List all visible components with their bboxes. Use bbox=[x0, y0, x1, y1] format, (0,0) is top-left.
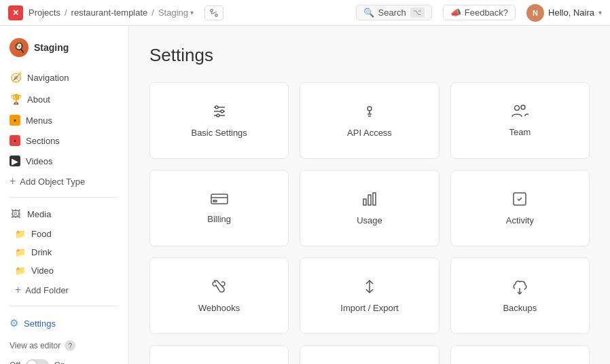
logo-icon[interactable]: ✕ bbox=[8, 5, 23, 20]
feedback-button[interactable]: 📣 Feedback? bbox=[443, 5, 516, 20]
card-billing[interactable]: Billing bbox=[149, 170, 289, 247]
about-icon: 🏆 bbox=[10, 93, 22, 105]
divider2 bbox=[10, 306, 119, 306]
search-bar[interactable]: 🔍 Search ⌥ bbox=[356, 5, 432, 20]
sidebar-item-about[interactable]: 🏆 About bbox=[0, 88, 128, 110]
view-as-editor-label: View as editor bbox=[10, 341, 60, 350]
videos-icon: ▶ bbox=[10, 156, 20, 166]
brand-icon: 🍳 bbox=[10, 38, 29, 57]
usage-icon bbox=[361, 191, 378, 207]
card-extensions[interactable] bbox=[149, 345, 289, 364]
import-export-icon bbox=[362, 278, 377, 295]
staging-chevron-icon: ▾ bbox=[190, 9, 194, 16]
webhooks-icon bbox=[211, 278, 228, 295]
media-item-label: Food bbox=[31, 229, 52, 239]
card-team[interactable]: Team bbox=[450, 82, 590, 159]
team-label: Team bbox=[509, 127, 531, 137]
svg-point-12 bbox=[521, 105, 525, 109]
add-folder-icon: + bbox=[15, 285, 21, 295]
settings-gear-icon: ⚙ bbox=[10, 317, 18, 329]
backups-icon bbox=[511, 278, 528, 295]
sidebar: 🍳 Staging 🧭 Navigation 🏆 About ▪ Menus ▪… bbox=[0, 26, 129, 364]
user-menu[interactable]: N Hello, Naira ▾ bbox=[526, 4, 602, 22]
add-folder-label: Add Folder bbox=[25, 285, 69, 295]
sidebar-item-video[interactable]: 📁 Video bbox=[0, 261, 128, 280]
sidebar-brand: 🍳 Staging bbox=[0, 34, 128, 67]
card-code[interactable] bbox=[450, 345, 590, 364]
add-object-type-button[interactable]: + Add Object Type bbox=[0, 171, 128, 192]
usage-label: Usage bbox=[357, 215, 382, 225]
card-activity[interactable]: Activity bbox=[450, 170, 590, 247]
sidebar-item-label: Sections bbox=[26, 136, 60, 146]
activity-label: Activity bbox=[506, 215, 534, 225]
sidebar-item-label: Menus bbox=[26, 115, 52, 126]
svg-point-1 bbox=[215, 14, 218, 16]
add-icon: + bbox=[10, 176, 16, 187]
basic-settings-icon bbox=[211, 103, 228, 120]
sidebar-item-drink[interactable]: 📁 Drink bbox=[0, 243, 128, 261]
user-chevron-icon: ▾ bbox=[598, 9, 602, 16]
brand-label: Staging bbox=[34, 42, 69, 53]
search-shortcut: ⌥ bbox=[410, 7, 425, 18]
sidebar-item-media[interactable]: 🖼 Media bbox=[0, 203, 128, 225]
card-lightning[interactable] bbox=[300, 345, 439, 364]
svg-point-8 bbox=[221, 110, 223, 113]
sidebar-item-sections[interactable]: ▪ Sections bbox=[0, 130, 128, 151]
webhooks-label: Webhooks bbox=[198, 303, 240, 313]
toggle-off-label: Off bbox=[10, 361, 20, 364]
svg-line-3 bbox=[212, 12, 217, 14]
sep2: / bbox=[151, 7, 154, 18]
card-webhooks[interactable]: Webhooks bbox=[149, 257, 289, 334]
media-label: Media bbox=[27, 209, 51, 219]
view-as-editor: View as editor ? bbox=[0, 335, 128, 357]
sidebar-item-menus[interactable]: ▪ Menus bbox=[0, 110, 128, 130]
card-usage[interactable]: Usage bbox=[300, 170, 439, 247]
pr-icon[interactable] bbox=[204, 5, 223, 20]
import-export-label: Import / Export bbox=[340, 303, 398, 313]
svg-rect-16 bbox=[363, 199, 366, 205]
view-as-editor-toggle[interactable] bbox=[26, 359, 49, 364]
card-backups[interactable]: Backups bbox=[450, 257, 590, 334]
sidebar-item-food[interactable]: 📁 Food bbox=[0, 225, 128, 243]
avatar: N bbox=[526, 4, 544, 22]
api-access-label: API Access bbox=[347, 128, 392, 138]
sidebar-item-videos[interactable]: ▶ Videos bbox=[0, 151, 128, 171]
help-icon[interactable]: ? bbox=[65, 340, 75, 351]
svg-point-10 bbox=[367, 107, 372, 111]
page-title: Settings bbox=[149, 45, 590, 66]
media-item-label: Video bbox=[31, 266, 54, 276]
sidebar-item-navigation[interactable]: 🧭 Navigation bbox=[0, 67, 128, 88]
billing-label: Billing bbox=[207, 214, 231, 224]
card-api-access[interactable]: API Access bbox=[300, 82, 439, 159]
navigation-icon: 🧭 bbox=[10, 71, 22, 84]
sidebar-item-label: Navigation bbox=[27, 73, 69, 83]
add-folder-button[interactable]: + Add Folder bbox=[0, 280, 128, 300]
search-label: Search bbox=[378, 7, 406, 18]
settings-grid: Basic Settings API Access bbox=[149, 82, 590, 364]
svg-rect-18 bbox=[373, 193, 376, 205]
content-area: Settings Basic Settings bbox=[129, 26, 610, 364]
user-label: Hello, Naira bbox=[548, 7, 594, 18]
toggle-on-label: On bbox=[54, 361, 65, 364]
svg-rect-17 bbox=[368, 195, 371, 205]
toggle-row: Off On bbox=[0, 357, 128, 364]
sep1: / bbox=[65, 7, 67, 18]
project-link[interactable]: restaurant-template bbox=[71, 7, 148, 18]
projects-link[interactable]: Projects bbox=[29, 7, 60, 18]
toggle-knob bbox=[27, 361, 37, 364]
card-import-export[interactable]: Import / Export bbox=[300, 257, 439, 334]
team-icon bbox=[511, 104, 528, 119]
svg-rect-15 bbox=[213, 200, 217, 202]
card-basic-settings[interactable]: Basic Settings bbox=[149, 82, 289, 159]
menus-icon: ▪ bbox=[10, 115, 20, 126]
folder-icon: 📁 bbox=[15, 247, 26, 257]
divider bbox=[10, 197, 119, 198]
folder-icon: 📁 bbox=[15, 229, 26, 239]
breadcrumb: Projects / restaurant-template / Staging… bbox=[29, 7, 194, 18]
feedback-icon: 📣 bbox=[450, 7, 461, 18]
staging-label: Staging bbox=[158, 7, 188, 18]
staging-selector[interactable]: Staging ▾ bbox=[158, 7, 194, 18]
sidebar-item-settings[interactable]: ⚙ Settings bbox=[0, 312, 128, 335]
sections-icon: ▪ bbox=[10, 135, 20, 146]
folder-icon: 📁 bbox=[15, 266, 26, 276]
